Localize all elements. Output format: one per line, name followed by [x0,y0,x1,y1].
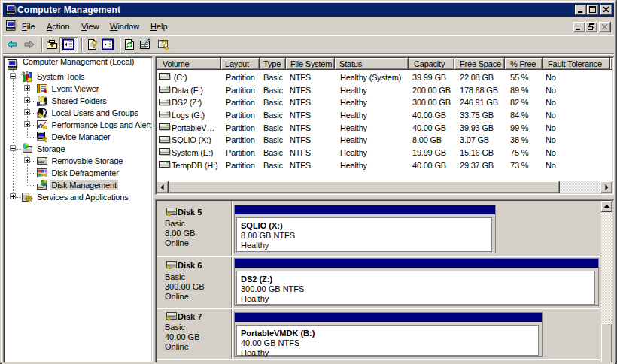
svg-text:?: ? [91,38,98,50]
